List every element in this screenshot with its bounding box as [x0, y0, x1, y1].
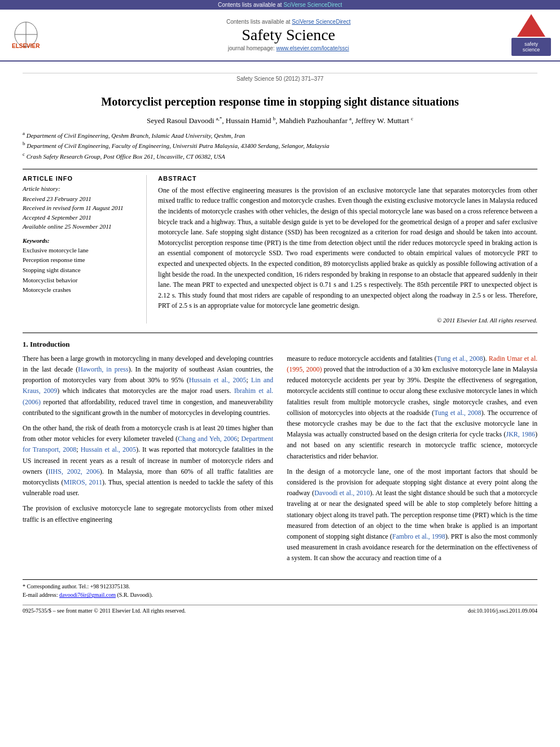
ref-davoodi[interactable]: Davoodi et al., 2010 — [314, 489, 370, 497]
article-info-column: ARTICLE INFO Article history: Received 2… — [23, 175, 147, 324]
logo-text-box: safety science — [511, 38, 551, 56]
sciverse-text: Contents lists available at — [218, 2, 282, 8]
ref-tung-2008a[interactable]: Tung et al., 2008 — [437, 355, 483, 362]
homepage-link[interactable]: www.elsevier.com/locate/ssci — [276, 45, 349, 51]
keyword-4: Motorcyclist behavior — [23, 276, 138, 286]
ref-haworth[interactable]: Haworth, in press — [78, 365, 128, 373]
intro-para-right-2: In the design of a motorcycle lane, one … — [287, 466, 537, 564]
ref-tung-2008b[interactable]: Tung et al., 2008 — [434, 409, 482, 417]
history-online: Available online 25 November 2011 — [23, 222, 138, 231]
safety-science-logo-box: safety science — [511, 14, 551, 56]
keyword-1: Exclusive motorcycle lane — [23, 246, 138, 256]
journal-homepage: journal homepage: www.elsevier.com/locat… — [65, 45, 511, 51]
abstract-text: One of the most effective engineering me… — [158, 185, 537, 311]
ref-fambro[interactable]: Fambro et al., 1998 — [392, 532, 445, 540]
svg-text:ELSEVIER: ELSEVIER — [12, 43, 40, 49]
intro-para-right-1: measure to reduce motorcycle accidents a… — [287, 353, 537, 462]
sciverse-link[interactable]: SciVerse ScienceDirect — [283, 2, 342, 8]
authors-line: Seyed Rasoul Davoodi a,*, Hussain Hamid … — [23, 116, 537, 125]
keyword-2: Perception response time — [23, 255, 138, 265]
ref-hussain-2005[interactable]: Hussain et al., 2005 — [189, 376, 247, 384]
article-title: Motorcyclist perception response time in… — [23, 94, 537, 109]
legal-left: 0925-7535/$ – see front matter © 2011 El… — [23, 608, 186, 614]
history-received: Received 23 February 2011 — [23, 194, 138, 204]
email-label: E-mail address: — [23, 592, 58, 598]
ref-chang-yeh[interactable]: Chang and Yeh, 2006 — [178, 435, 237, 443]
ref-hussain-2005b[interactable]: Hussain et al., 2005 — [81, 445, 136, 453]
abstract-label: ABSTRACT — [158, 175, 537, 182]
corresponding-star: * Corresponding author. Tel.: +98 912337… — [23, 583, 130, 589]
history-accepted: Accepted 4 September 2011 — [23, 213, 138, 222]
affiliations: a Department of Civil Engineering, Qeshm… — [23, 130, 537, 160]
ref-jkr[interactable]: JKR, 1986 — [506, 430, 535, 438]
logo-triangle — [517, 14, 545, 37]
history-revised: Received in revised form 11 August 2011 — [23, 203, 138, 213]
intro-para-3: The provision of exclusive motorcycle la… — [23, 503, 273, 525]
email-suffix: (S.R. Davoodi). — [117, 592, 153, 598]
author-hamid: Hussain Hamid b — [226, 116, 275, 125]
footer-legal: 0925-7535/$ – see front matter © 2011 El… — [23, 605, 537, 614]
intro-right-col: measure to reduce motorcycle accidents a… — [287, 353, 537, 569]
footer-bar: * Corresponding author. Tel.: +98 912337… — [23, 579, 537, 614]
affiliation-a: a Department of Civil Engineering, Qeshm… — [23, 130, 537, 140]
affiliation-b: b Department of Civil Engineering, Facul… — [23, 140, 537, 150]
elsevier-svg: ELSEVIER — [9, 19, 65, 50]
legal-doi: doi:10.1016/j.ssci.2011.09.004 — [468, 608, 537, 614]
ref-ibrahim[interactable]: Ibrahim et al. (2006) — [23, 387, 273, 405]
intro-para-2: On the other hand, the risk of death fro… — [23, 423, 273, 499]
affiliation-c: c Crash Safety Research Group, Post Offi… — [23, 151, 537, 161]
email-link[interactable]: davoodi76ir@gmail.com — [59, 592, 116, 598]
elsevier-logo: ELSEVIER — [9, 19, 65, 52]
corresponding-note: * Corresponding author. Tel.: +98 912337… — [23, 582, 537, 599]
citation-line: Safety Science 50 (2012) 371–377 — [23, 73, 537, 84]
keywords-label: Keywords: — [23, 237, 138, 244]
journal-center: Contents lists available at SciVerse Sci… — [65, 19, 511, 51]
journal-title: Safety Science — [65, 26, 511, 44]
intro-body-columns: There has been a large growth in motorcy… — [23, 353, 537, 569]
intro-left-col: There has been a large growth in motorcy… — [23, 353, 273, 569]
keyword-3: Stopping sight distance — [23, 265, 138, 276]
author-muttart: Jeffrey W. Muttart c — [355, 116, 413, 125]
intro-para-1: There has been a large growth in motorcy… — [23, 353, 273, 418]
article-info-label: ARTICLE INFO — [23, 175, 138, 182]
history-label: Article history: — [23, 185, 138, 192]
journal-header: ELSEVIER Contents lists available at Sci… — [0, 10, 560, 62]
sciverse-link-header[interactable]: SciVerse ScienceDirect — [292, 19, 351, 25]
article-info-abstract-section: ARTICLE INFO Article history: Received 2… — [23, 169, 537, 324]
keyword-5: Motorcycle crashes — [23, 285, 138, 295]
section-divider — [23, 333, 537, 333]
abstract-column: ABSTRACT One of the most effective engin… — [158, 175, 537, 324]
intro-heading: 1. Introduction — [23, 340, 537, 349]
ref-radin[interactable]: Radin Umar et al. (1995, 2000) — [287, 355, 537, 373]
ref-iihs-2002[interactable]: IIHS, 2002, 2006 — [49, 468, 100, 475]
author-pazhouhanfar: Mahdieh Pazhouhanfar a — [279, 116, 352, 125]
ref-miros[interactable]: MIROS, 2011 — [64, 478, 103, 486]
author-davoodi: Seyed Rasoul Davoodi a,* — [147, 116, 222, 125]
copyright-line: © 2011 Elsevier Ltd. All rights reserved… — [158, 317, 537, 324]
sciverse-line: Contents lists available at SciVerse Sci… — [65, 19, 511, 25]
article-body: Safety Science 50 (2012) 371–377 Motorcy… — [0, 62, 560, 625]
top-bar: Contents lists available at SciVerse Sci… — [0, 0, 560, 10]
